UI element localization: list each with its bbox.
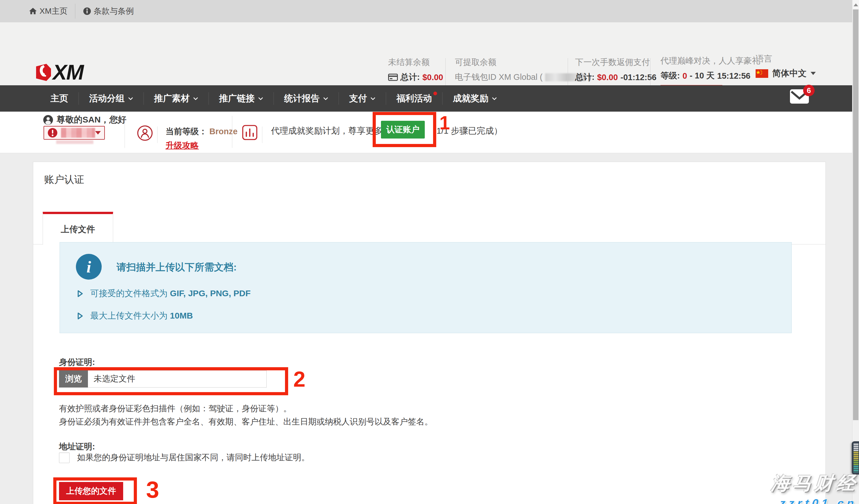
china-flag-icon [756,69,768,78]
nav-item-achievements[interactable]: 成就奖励 [442,85,507,112]
topbar-separator [75,4,75,19]
userbar-mini-separator [262,126,262,143]
topbar-link-xm-home[interactable]: XM主页 [29,6,67,17]
instruction-item: 可接受的文件格式为 GIF, JPG, PNG, PDF [77,288,251,299]
nav-item-promo-links[interactable]: 推广链接 [209,85,273,112]
watermark-url: zzrt01.cn [769,497,857,504]
payout-total-value: $0.00 [597,73,618,82]
triangle-bullet-icon [77,312,84,320]
unsettled-label: 未结算余额 [388,57,443,68]
instruction-text: 最大上传文件大小为 10MB [90,310,193,322]
topbar-home-label: XM主页 [40,6,67,17]
chevron-down-icon [95,131,101,135]
annotation-number-2: 2 [293,368,305,390]
page-title: 账户认证 [44,173,84,186]
address-proof-checkbox[interactable] [59,453,70,463]
instructions-heading: 请扫描并上传以下所需文档: [117,261,237,274]
greeting-text: 尊敬的SAN，您好 [57,114,126,126]
chevron-down-icon [811,72,816,75]
promo-countdown: 15:12:56 [717,71,751,81]
triangle-bullet-icon [77,290,84,298]
watermark: 海马财经 zzrt01.cn [769,471,859,504]
nav-item-home[interactable]: 主页 [40,85,78,112]
instruction-item: 最大上传文件大小为 10MB [77,310,193,322]
upload-instructions-box: i 请扫描并上传以下所需文档: 可接受的文件格式为 GIF, JPG, PNG,… [60,242,792,333]
tab-strip: 上传文件 [33,212,826,245]
withdrawable-label: 可提取余额 [455,57,591,68]
annotation-box-2 [54,367,288,395]
info-circle-icon: i [76,254,102,280]
nav-item-promo-materials[interactable]: 推广素材 [144,85,209,112]
unsettled-total-label: 总计: [401,72,420,83]
nav-label: 成就奖励 [453,92,488,105]
main-navigation: 主页 活动分组 推广素材 推广链接 统计报告 支付 福利活动 成就奖励 6 [0,85,859,112]
nav-label: 统计报告 [284,92,320,105]
address-proof-label: 地址证明: [59,441,95,453]
nav-item-payments[interactable]: 支付 [339,85,386,112]
topbar-link-terms[interactable]: 条款与条例 [83,6,134,17]
stat-unsettled-balance: 未结算余额 总计: $0.00 [388,57,443,83]
chevron-down-icon [492,97,497,100]
top-utility-bar: XM主页 条款与条例 [0,0,859,22]
promo-level-label: 等级: [661,70,680,82]
logo-brand-text: XM [53,60,84,84]
language-label: 语言 [756,53,816,65]
account-dropdown[interactable] [44,126,105,140]
card-icon [388,74,398,81]
nav-item-benefits[interactable]: 福利活动 [386,85,442,112]
identity-proof-description: 有效护照或者身份证彩色扫描件（例如：驾驶证，身份证等）。 身份证必须为有效证件并… [59,402,433,428]
messages-button[interactable]: 6 [790,89,809,104]
next-payout-label: 下一次手数返佣支付 [575,57,657,68]
user-greeting: 尊敬的SAN，您好 [43,114,126,126]
side-widget-stripes-icon [854,444,858,472]
nav-item-campaign-groups[interactable]: 活动分组 [79,85,144,112]
account-verification-panel: 账户认证 上传文件 i 请扫描并上传以下所需文档: 可接受的文件格式为 GIF,… [33,162,826,504]
payout-total-label: 总计: [575,72,594,83]
scrollbar-up-arrow[interactable] [853,0,859,9]
nav-label: 推广素材 [154,92,190,105]
promo-level-value: 0 [682,71,687,81]
messages-badge: 6 [803,85,815,96]
identity-proof-label: 身份证明: [59,357,95,368]
wallet-id-prefix: 电子钱包ID XM Global ( [455,72,542,83]
chevron-down-icon [128,97,133,100]
language-selector[interactable]: 语言 简体中文 [756,53,816,79]
nav-label: 主页 [50,92,68,105]
nav-item-reports[interactable]: 统计报告 [274,85,338,112]
annotation-number-1: 1 [439,113,450,132]
bar-chart-icon [242,125,257,141]
promo-label: 代理巅峰对决，人人享豪礼 [661,55,760,67]
redaction-artifact [56,140,93,144]
annotation-box-3 [53,477,137,504]
unsettled-total-value: $0.00 [422,73,443,82]
address-proof-text: 如果您的身份证明地址与居住国家不同，请同时上传地址证明。 [77,452,310,463]
promo-level-rest: - 10 天 [690,70,714,82]
scrollbar-thumb[interactable] [853,10,858,420]
vertical-scrollbar[interactable] [852,0,859,504]
browser-side-widget[interactable] [852,441,859,474]
tab-upload-files[interactable]: 上传文件 [43,212,113,245]
account-number-redacted [61,128,95,138]
header: XM PARTNERS 未结算余额 总计: $0.00 可提取余额 电子钱包ID… [0,22,859,85]
info-icon [83,7,91,15]
address-proof-row: 如果您的身份证明地址与居住国家不同，请同时上传地址证明。 [59,452,310,463]
level-person-icon [137,125,153,142]
alert-icon [47,128,58,138]
user-icon [43,115,53,125]
nav-label: 推广链接 [219,92,255,105]
nav-label: 活动分组 [89,92,125,105]
payout-countdown: -01:12:56 [620,73,657,82]
home-icon [29,7,37,15]
level-value: Bronze [209,127,238,136]
description-line: 身份证必须为有效证件并包含客户全名、有效期、客户住址、出生日期或纳税人识别号以及… [59,415,433,428]
annotation-box-1 [373,112,436,147]
notification-dot [433,92,437,95]
chevron-down-icon [193,97,198,100]
userbar-mini-separator [157,126,157,143]
language-value: 简体中文 [772,67,807,79]
tab-label: 上传文件 [61,223,95,235]
annotation-number-3: 3 [146,478,159,501]
chevron-down-icon [370,97,376,100]
nav-label: 支付 [349,92,367,105]
upgrade-guide-link[interactable]: 升级攻略 [166,140,199,152]
